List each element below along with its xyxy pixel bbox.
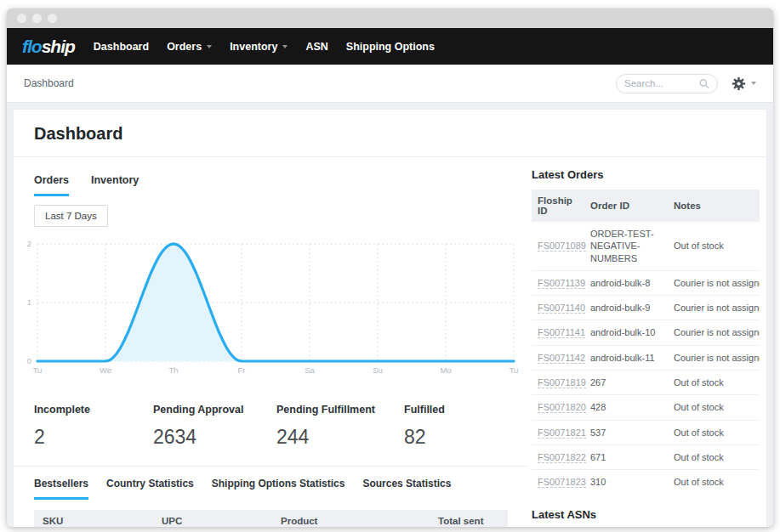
cell-order-id: 267: [584, 371, 668, 395]
table-row[interactable]: FS0071820 428 Out of stock: [532, 395, 760, 420]
logo-part-ship: ship: [42, 37, 75, 56]
nav-item-dashboard[interactable]: Dashboard: [94, 41, 149, 53]
cell-floship-id: FS0071819: [532, 371, 584, 395]
stat-label: Pending Approval: [153, 404, 276, 416]
tab-shipping-options-statistics[interactable]: Shipping Options Statistics: [212, 478, 345, 500]
column-header-upc: UPC: [153, 510, 272, 527]
logo-part-flo: flo: [22, 37, 42, 56]
stat-fulfilled: Fulfilled 82: [404, 404, 445, 449]
order-stats: Incomplete 2 Pending Approval 2634 Pendi…: [34, 404, 528, 449]
gear-icon: [732, 76, 746, 91]
cell-notes: Out of stock: [668, 395, 760, 420]
table-row[interactable]: FS0071089 ORDER-TEST-NEGATIVE-NUMBERS Ou…: [532, 222, 760, 270]
svg-text:Th: Th: [168, 365, 178, 375]
table-row[interactable]: FS0071139 android-bulk-8 Courier is not …: [532, 270, 760, 295]
floship-id-link[interactable]: FS0071819: [538, 377, 586, 388]
floship-id-link[interactable]: FS0071142: [538, 353, 585, 364]
column-header-product: Product: [272, 510, 430, 527]
cell-notes: Out of stock: [668, 470, 760, 495]
floship-id-link[interactable]: FS0071823: [538, 477, 586, 488]
cell-floship-id: FS0071822: [532, 444, 584, 469]
tab-inventory[interactable]: Inventory: [91, 174, 139, 196]
nav-item-asn[interactable]: ASN: [305, 41, 327, 53]
cell-order-id: android-bulk-11: [584, 345, 668, 370]
table-row[interactable]: FS0071819 267 Out of stock: [532, 371, 760, 395]
window-control-dot[interactable]: [32, 14, 42, 23]
cell-notes: Courier is not assigned: [668, 345, 760, 370]
cell-order-id: android-bulk-9: [584, 296, 668, 320]
stat-value: 2: [34, 426, 153, 449]
floship-id-link[interactable]: FS0071139: [538, 278, 585, 289]
tab-bestsellers[interactable]: Bestsellers: [34, 478, 88, 500]
orders-panel: Orders Inventory Last 7 Days 012TuWeThFr…: [14, 157, 528, 527]
nav-item-shipping-options[interactable]: Shipping Options: [346, 41, 435, 53]
table-row[interactable]: FS0071823 310 Out of stock: [532, 470, 760, 495]
svg-text:Sa: Sa: [305, 365, 315, 375]
latest-asns-title: Latest ASNs: [532, 508, 760, 521]
cell-order-id: 428: [584, 395, 668, 420]
page-background: Dashboard Orders Inventory Last 7 Days 0…: [7, 103, 773, 527]
stat-pending-approval: Pending Approval 2634: [153, 404, 276, 449]
chevron-down-icon: [282, 45, 288, 48]
cell-order-id: android-bulk-10: [584, 320, 668, 345]
nav-item-orders[interactable]: Orders: [167, 41, 212, 53]
tab-orders[interactable]: Orders: [34, 174, 69, 196]
floship-id-link[interactable]: FS0071089: [538, 241, 586, 252]
tab-sources-statistics[interactable]: Sources Statistics: [362, 478, 451, 500]
nav-item-label: Shipping Options: [346, 41, 435, 53]
window-titlebar: [7, 8, 773, 28]
settings-menu-button[interactable]: [732, 76, 756, 91]
orders-area-chart: 012TuWeThFrSaSuMoTu: [19, 237, 522, 383]
search-icon: [699, 78, 709, 89]
table-row[interactable]: FS0071140 android-bulk-9 Courier is not …: [532, 296, 760, 320]
column-header-floship-id: Floship ID: [532, 190, 584, 222]
cell-notes: Out of stock: [668, 420, 760, 444]
chevron-down-icon: [751, 82, 756, 85]
svg-text:Mo: Mo: [440, 365, 451, 375]
cell-floship-id: FS0071089: [532, 222, 584, 270]
table-row[interactable]: FS0071141 android-bulk-10 Courier is not…: [532, 320, 760, 345]
cell-notes: Courier is not assigned: [668, 270, 760, 295]
floship-id-link[interactable]: FS0071140: [538, 303, 585, 314]
table-row[interactable]: FS0071142 android-bulk-11 Courier is not…: [532, 345, 760, 370]
column-header-order-id: Order ID: [584, 190, 668, 222]
table-row[interactable]: FS0071821 537 Out of stock: [532, 420, 760, 444]
floship-id-link[interactable]: FS0071822: [538, 452, 586, 463]
cell-order-id: 537: [584, 420, 668, 444]
window-control-dot[interactable]: [48, 14, 57, 23]
nav-item-label: Inventory: [230, 41, 277, 53]
page-title: Dashboard: [14, 110, 766, 156]
tab-country-statistics[interactable]: Country Statistics: [106, 478, 194, 500]
cell-floship-id: FS0071141: [532, 320, 584, 345]
search-input[interactable]: [624, 78, 696, 88]
cell-order-id: ORDER-TEST-NEGATIVE-NUMBERS: [584, 222, 668, 270]
nav-item-inventory[interactable]: Inventory: [230, 41, 288, 53]
floship-id-link[interactable]: FS0071821: [538, 427, 586, 439]
column-header-total-sent: Total sent: [430, 510, 508, 527]
floship-id-link[interactable]: FS0071820: [538, 402, 586, 413]
svg-text:1: 1: [27, 297, 31, 307]
breadcrumb[interactable]: Dashboard: [24, 77, 74, 89]
column-header-sku: SKU: [34, 510, 153, 527]
date-range-button[interactable]: Last 7 Days: [34, 205, 108, 227]
cell-floship-id: FS0071142: [532, 345, 584, 370]
floship-logo[interactable]: floship: [22, 37, 75, 57]
stat-value: 82: [404, 426, 445, 449]
orders-inventory-tabs: Orders Inventory: [34, 174, 528, 196]
cell-order-id: 310: [584, 470, 668, 495]
dashboard-card: Dashboard Orders Inventory Last 7 Days 0…: [14, 110, 766, 527]
floship-id-link[interactable]: FS0071141: [538, 327, 585, 338]
cell-order-id: android-bulk-8: [584, 270, 668, 295]
cell-notes: Out of stock: [668, 371, 760, 395]
cell-notes: Out of stock: [668, 222, 760, 270]
table-row[interactable]: FS0071822 671 Out of stock: [532, 444, 760, 469]
cell-notes: Courier is not assigned: [668, 296, 760, 320]
svg-text:Tu: Tu: [33, 365, 43, 375]
svg-text:Tu: Tu: [510, 365, 519, 375]
stat-value: 2634: [153, 426, 276, 449]
nav-item-label: Dashboard: [94, 41, 149, 53]
window-control-dot[interactable]: [17, 14, 26, 23]
cell-floship-id: FS0071821: [532, 420, 584, 444]
column-header-notes: Notes: [668, 190, 760, 222]
main-navbar: floship Dashboard Orders Inventory ASN S…: [7, 28, 773, 65]
